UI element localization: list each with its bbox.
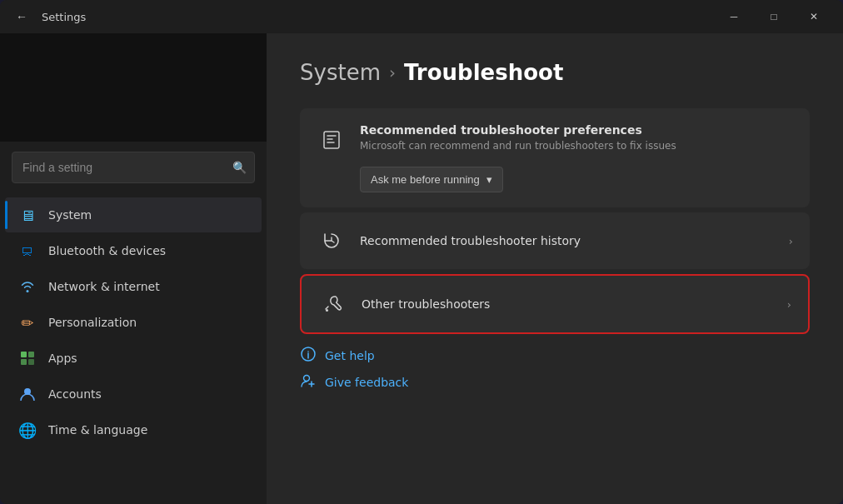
- sidebar-item-network-label: Network & internet: [48, 280, 160, 293]
- system-icon: 🖥: [18, 206, 37, 224]
- minimize-button[interactable]: ─: [715, 3, 753, 30]
- dropdown-chevron-icon: ▾: [486, 173, 492, 186]
- get-help-label: Get help: [325, 349, 375, 362]
- svg-point-9: [304, 376, 310, 382]
- app-title: Settings: [42, 11, 86, 23]
- breadcrumb-parent: System: [300, 60, 381, 85]
- troubleshooter-prefs-card: Recommended troubleshooter preferences M…: [300, 108, 810, 207]
- search-box: 🔍: [12, 152, 255, 183]
- window-controls: ─ □ ✕: [715, 3, 833, 30]
- give-feedback-icon: [300, 372, 317, 392]
- history-icon: [317, 226, 347, 256]
- breadcrumb: System › Troubleshoot: [300, 60, 810, 85]
- sidebar-item-bluetooth-label: Bluetooth & devices: [48, 244, 166, 257]
- breadcrumb-separator: ›: [389, 62, 396, 82]
- title-bar: ← Settings ─ □ ✕: [0, 0, 843, 33]
- breadcrumb-current: Troubleshoot: [404, 60, 563, 85]
- svg-rect-3: [28, 359, 34, 365]
- sidebar-item-time[interactable]: 🌐 Time & language: [5, 412, 262, 447]
- sidebar: 🔍 🖥 System ⯳ Bluetooth & devices: [0, 33, 267, 504]
- close-button[interactable]: ✕: [795, 3, 833, 30]
- card-pref-title: Recommended troubleshooter preferences: [360, 123, 676, 137]
- troubleshooter-history-card[interactable]: Recommended troubleshooter history ›: [300, 212, 810, 269]
- give-feedback-link[interactable]: Give feedback: [300, 372, 810, 392]
- globe-icon: 🌐: [18, 421, 37, 439]
- history-chevron-icon: ›: [789, 235, 793, 247]
- sidebar-item-system[interactable]: 🖥 System: [5, 197, 262, 232]
- other-troubleshooters-label: Other troubleshooters: [362, 297, 787, 311]
- maximize-button[interactable]: □: [755, 3, 793, 30]
- get-help-link[interactable]: Get help: [300, 346, 810, 366]
- get-help-icon: [300, 346, 317, 366]
- back-button[interactable]: ←: [10, 5, 33, 28]
- wrench-icon: [318, 289, 348, 319]
- card-pref-description: Microsoft can recommend and run troubles…: [360, 140, 676, 152]
- give-feedback-label: Give feedback: [325, 376, 408, 389]
- troubleshooter-icon: [317, 125, 347, 155]
- other-chevron-icon: ›: [787, 298, 791, 311]
- troubleshooter-history-label: Recommended troubleshooter history: [360, 234, 789, 247]
- ask-before-running-dropdown[interactable]: Ask me before running ▾: [360, 167, 503, 192]
- sidebar-item-time-label: Time & language: [48, 423, 147, 437]
- troubleshooter-history-item[interactable]: Recommended troubleshooter history ›: [300, 212, 810, 269]
- sidebar-item-personalization-label: Personalization: [48, 316, 137, 329]
- network-icon: [18, 277, 37, 296]
- user-avatar-area: [0, 33, 267, 142]
- nav-list: 🖥 System ⯳ Bluetooth & devices: [0, 193, 267, 452]
- accounts-icon: [18, 385, 37, 403]
- sidebar-item-accounts-label: Accounts: [48, 387, 102, 401]
- brush-icon: ✏️: [18, 313, 37, 332]
- help-links: Get help Give feedback: [300, 346, 810, 392]
- card-pref-top: Recommended troubleshooter preferences M…: [317, 123, 793, 155]
- sidebar-item-apps[interactable]: Apps: [5, 341, 262, 376]
- other-troubleshooters-item[interactable]: Other troubleshooters ›: [302, 276, 808, 332]
- sidebar-item-accounts[interactable]: Accounts: [5, 377, 262, 412]
- svg-rect-0: [21, 352, 27, 357]
- dropdown-label: Ask me before running: [371, 173, 480, 186]
- search-icon: 🔍: [232, 161, 247, 174]
- svg-point-8: [307, 351, 309, 352]
- settings-window: ← Settings ─ □ ✕ 🔍 🖥 System: [0, 0, 843, 504]
- sidebar-item-apps-label: Apps: [48, 352, 77, 365]
- bluetooth-icon: ⯳: [18, 242, 37, 260]
- sidebar-item-system-label: System: [48, 208, 92, 222]
- main-content: 🔍 🖥 System ⯳ Bluetooth & devices: [0, 33, 843, 504]
- sidebar-item-personalization[interactable]: ✏️ Personalization: [5, 305, 262, 340]
- other-troubleshooters-card[interactable]: Other troubleshooters ›: [300, 274, 810, 334]
- svg-point-6: [326, 309, 328, 312]
- search-input[interactable]: [12, 152, 255, 183]
- card-pref-text: Recommended troubleshooter preferences M…: [360, 123, 676, 152]
- apps-icon: [18, 349, 37, 367]
- svg-rect-1: [28, 352, 34, 357]
- sidebar-item-network[interactable]: Network & internet: [5, 269, 262, 304]
- svg-rect-5: [324, 132, 339, 148]
- right-panel: System › Troubleshoot Recommended troubl…: [267, 33, 843, 504]
- title-bar-left: ← Settings: [10, 5, 86, 28]
- svg-rect-2: [21, 359, 27, 365]
- sidebar-item-bluetooth[interactable]: ⯳ Bluetooth & devices: [5, 233, 262, 268]
